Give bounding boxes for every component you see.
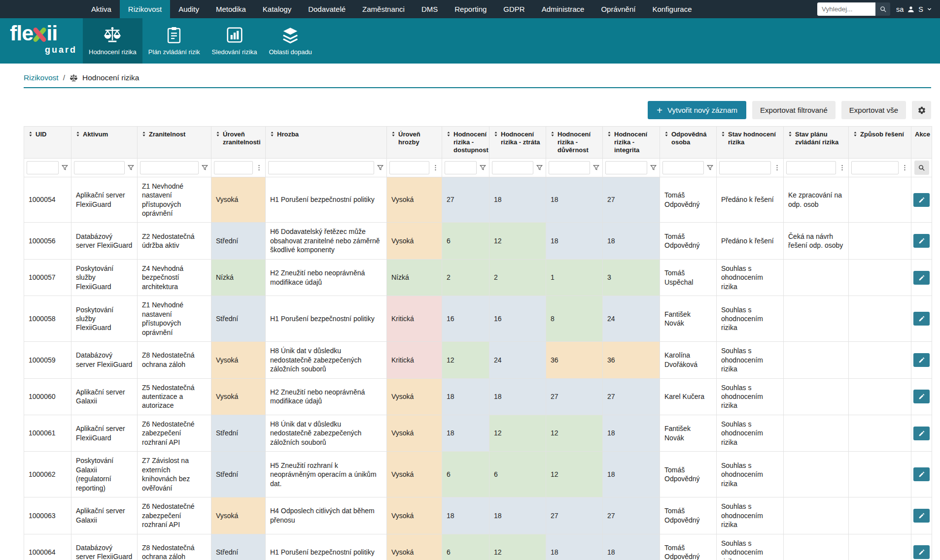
global-search-input[interactable] xyxy=(817,2,875,16)
column-label: Odpovědná osoba xyxy=(671,131,713,146)
kebab-icon[interactable] xyxy=(838,164,846,171)
funnel-icon[interactable] xyxy=(61,164,69,171)
filter-input-zpusob-reseni[interactable] xyxy=(851,161,899,174)
filter-input-zranitelnost[interactable] xyxy=(140,161,199,174)
nav-item-audity[interactable]: Audity xyxy=(170,0,208,18)
sort-icon[interactable] xyxy=(852,131,858,137)
sort-icon[interactable] xyxy=(446,131,452,137)
filter-input-aktivum[interactable] xyxy=(74,161,125,174)
kebab-icon[interactable] xyxy=(773,164,781,171)
sort-icon[interactable] xyxy=(215,131,221,137)
filter-input-hrozba[interactable] xyxy=(268,161,374,174)
nav-item-dodavatele[interactable]: Dodavatelé xyxy=(300,0,354,18)
column-header-zpusob-reseni[interactable]: Způsob řešení xyxy=(849,127,911,159)
nav-item-konfigurace[interactable]: Konfigurace xyxy=(644,0,700,18)
column-header-uroven-zranitelnosti[interactable]: Úroveň zranitelnosti xyxy=(211,127,266,159)
funnel-icon[interactable] xyxy=(592,164,600,171)
column-header-uid[interactable]: UID xyxy=(24,127,71,159)
sort-icon[interactable] xyxy=(720,131,726,137)
sort-icon[interactable] xyxy=(606,131,612,137)
column-header-hrozba[interactable]: Hrozba xyxy=(266,127,387,159)
column-header-aktivum[interactable]: Aktivum xyxy=(71,127,138,159)
edit-record-button[interactable] xyxy=(913,545,930,559)
kebab-icon[interactable] xyxy=(901,164,908,171)
sort-icon[interactable] xyxy=(390,131,396,137)
kebab-icon[interactable] xyxy=(432,164,439,171)
nav-item-gdpr[interactable]: GDPR xyxy=(495,0,533,18)
column-header-hodnoceni-rizika-duvernost[interactable]: Hodnocení rizika - důvěrnost xyxy=(546,127,603,159)
cell-aktivum: Aplikační server Galaxii xyxy=(71,378,138,415)
edit-record-button[interactable] xyxy=(913,427,930,440)
column-header-uroven-hrozby[interactable]: Úroveň hrozby xyxy=(387,127,442,159)
edit-record-button[interactable] xyxy=(913,234,930,248)
nav-item-metodika[interactable]: Metodika xyxy=(208,0,254,18)
edit-record-button[interactable] xyxy=(913,271,930,285)
module-item-oblasti-dopadu[interactable]: Oblasti dopadu xyxy=(263,18,317,64)
row-search-button[interactable] xyxy=(914,161,929,175)
sort-icon[interactable] xyxy=(550,131,556,137)
module-item-sledovani-rizika[interactable]: Sledování rizika xyxy=(206,18,263,64)
cell-aktivum: Databázový server FlexiiGuard xyxy=(71,534,138,560)
funnel-icon[interactable] xyxy=(650,164,657,171)
edit-record-button[interactable] xyxy=(913,509,930,523)
nav-item-rizikovost[interactable]: Rizikovost xyxy=(120,0,170,18)
edit-record-button[interactable] xyxy=(913,193,930,207)
edit-record-button[interactable] xyxy=(913,353,930,367)
breadcrumb-link-rizikovost[interactable]: Rizikovost xyxy=(24,73,59,82)
funnel-icon[interactable] xyxy=(377,164,384,171)
global-search xyxy=(817,2,890,16)
module-item-plan-zvladani-rizik[interactable]: Plán zvládání rizik xyxy=(142,18,206,64)
filter-input-hodnoceni-rizika-duvernost[interactable] xyxy=(549,161,590,174)
nav-item-aktiva[interactable]: Aktiva xyxy=(83,0,120,18)
module-item-hodnoceni-rizika[interactable]: Hodnocení rizika xyxy=(83,18,142,64)
funnel-icon[interactable] xyxy=(201,164,209,171)
export-all-button[interactable]: Exportovat vše xyxy=(841,101,906,119)
funnel-icon[interactable] xyxy=(706,164,714,171)
nav-item-opravneni[interactable]: Oprávnění xyxy=(592,0,644,18)
sort-icon[interactable] xyxy=(493,131,499,137)
edit-record-button[interactable] xyxy=(913,467,930,481)
create-record-button[interactable]: + Vytvořit nový záznam xyxy=(648,101,746,119)
filter-input-uroven-zranitelnosti[interactable] xyxy=(214,161,253,174)
sort-icon[interactable] xyxy=(141,131,147,137)
column-header-hodnoceni-rizika-ztrata[interactable]: Hodnocení rizika - ztráta xyxy=(489,127,546,159)
filter-input-hodnoceni-rizika-dostupnost[interactable] xyxy=(445,161,477,174)
column-header-stav-planu-zvladani-rizika[interactable]: Stav plánu zvládání rizika xyxy=(784,127,849,159)
filter-input-odpovedna-osoba[interactable] xyxy=(662,161,704,174)
user-menu[interactable]: sa S xyxy=(896,5,932,13)
sort-icon[interactable] xyxy=(28,131,34,137)
sort-icon[interactable] xyxy=(787,131,793,137)
edit-record-button[interactable] xyxy=(913,390,930,403)
edit-record-button[interactable] xyxy=(913,312,930,326)
cell-odpovedna-osoba: Tomáš Odpovědný xyxy=(660,177,717,223)
nav-item-dms[interactable]: DMS xyxy=(413,0,446,18)
column-header-stav-hodnoceni-rizika[interactable]: Stav hodnocení rizika xyxy=(717,127,784,159)
nav-item-administrace[interactable]: Administrace xyxy=(533,0,593,18)
filter-input-uid[interactable] xyxy=(27,161,59,174)
column-header-hodnoceni-rizika-integrita[interactable]: Hodnocení rizika - integrita xyxy=(603,127,660,159)
column-header-odpovedna-osoba[interactable]: Odpovědná osoba xyxy=(660,127,717,159)
cell-akce xyxy=(911,223,932,259)
app-logo[interactable]: fleii guard xyxy=(10,18,78,64)
nav-item-reporting[interactable]: Reporting xyxy=(446,0,495,18)
filter-input-stav-planu-zvladani-rizika[interactable] xyxy=(786,161,836,174)
column-header-hodnoceni-rizika-dostupnost[interactable]: Hodnocení rizika - dostupnost xyxy=(442,127,489,159)
funnel-icon[interactable] xyxy=(127,164,135,171)
cell-hodnoceni-rizika-integrita: 27 xyxy=(603,497,660,534)
kebab-icon[interactable] xyxy=(255,164,263,171)
filter-input-hodnoceni-rizika-integrita[interactable] xyxy=(605,161,647,174)
funnel-icon[interactable] xyxy=(479,164,487,171)
column-header-zranitelnost[interactable]: Zranitelnost xyxy=(138,127,211,159)
sort-icon[interactable] xyxy=(269,131,275,137)
sort-icon[interactable] xyxy=(663,131,669,137)
filter-input-stav-hodnoceni-rizika[interactable] xyxy=(719,161,771,174)
sort-icon[interactable] xyxy=(75,131,81,137)
global-search-button[interactable] xyxy=(875,2,890,16)
nav-item-zamestnanci[interactable]: Zaměstnanci xyxy=(354,0,413,18)
funnel-icon[interactable] xyxy=(536,164,543,171)
nav-item-katalogy[interactable]: Katalogy xyxy=(254,0,300,18)
filter-input-uroven-hrozby[interactable] xyxy=(389,161,429,174)
filter-input-hodnoceni-rizika-ztrata[interactable] xyxy=(492,161,533,174)
table-settings-button[interactable] xyxy=(912,101,931,119)
export-filtered-button[interactable]: Exportovat filtrované xyxy=(752,101,836,119)
